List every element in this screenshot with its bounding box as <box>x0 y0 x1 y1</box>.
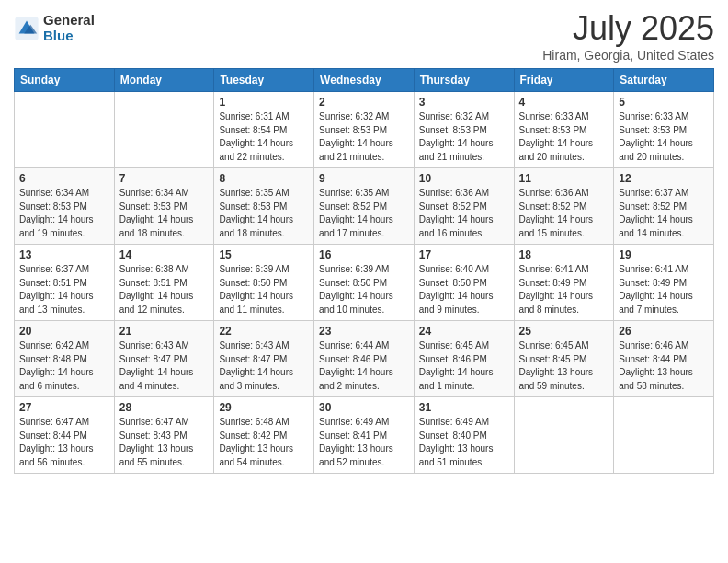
location-title: Hiram, Georgia, United States <box>542 48 714 63</box>
day-info: Sunrise: 6:33 AMSunset: 8:53 PMDaylight:… <box>519 110 609 164</box>
day-info: Sunrise: 6:42 AMSunset: 8:48 PMDaylight:… <box>19 339 109 393</box>
day-number: 31 <box>419 401 509 414</box>
day-number: 23 <box>319 325 409 338</box>
day-number: 13 <box>19 248 109 261</box>
day-number: 5 <box>619 96 709 109</box>
day-info: Sunrise: 6:38 AMSunset: 8:51 PMDaylight:… <box>119 263 210 316</box>
calendar-cell: 14Sunrise: 6:38 AMSunset: 8:51 PMDayligh… <box>114 245 214 321</box>
day-info: Sunrise: 6:33 AMSunset: 8:53 PMDaylight:… <box>619 110 709 164</box>
calendar-cell: 6Sunrise: 6:34 AMSunset: 8:53 PMDaylight… <box>15 168 115 245</box>
day-info: Sunrise: 6:48 AMSunset: 8:42 PMDaylight:… <box>219 416 309 469</box>
day-number: 3 <box>419 96 509 109</box>
calendar-cell: 30Sunrise: 6:49 AMSunset: 8:41 PMDayligh… <box>314 397 415 474</box>
day-info: Sunrise: 6:39 AMSunset: 8:50 PMDaylight:… <box>319 263 409 316</box>
day-number: 21 <box>119 325 210 338</box>
day-info: Sunrise: 6:44 AMSunset: 8:46 PMDaylight:… <box>319 339 409 393</box>
day-info: Sunrise: 6:47 AMSunset: 8:44 PMDaylight:… <box>19 416 109 469</box>
day-info: Sunrise: 6:43 AMSunset: 8:47 PMDaylight:… <box>119 339 210 393</box>
calendar-week-1: 1Sunrise: 6:31 AMSunset: 8:54 PMDaylight… <box>15 92 714 168</box>
calendar-cell: 10Sunrise: 6:36 AMSunset: 8:52 PMDayligh… <box>414 168 514 245</box>
calendar-cell: 2Sunrise: 6:32 AMSunset: 8:53 PMDaylight… <box>314 92 415 168</box>
day-number: 22 <box>219 325 309 338</box>
weekday-header-saturday: Saturday <box>614 69 714 92</box>
calendar-cell: 29Sunrise: 6:48 AMSunset: 8:42 PMDayligh… <box>214 397 314 474</box>
day-number: 30 <box>319 401 409 414</box>
calendar-cell: 18Sunrise: 6:41 AMSunset: 8:49 PMDayligh… <box>514 245 614 321</box>
day-number: 9 <box>319 172 409 185</box>
calendar-cell <box>614 397 714 474</box>
calendar-cell: 23Sunrise: 6:44 AMSunset: 8:46 PMDayligh… <box>314 321 415 397</box>
day-info: Sunrise: 6:45 AMSunset: 8:45 PMDaylight:… <box>519 339 609 393</box>
calendar-cell <box>514 397 614 474</box>
calendar-cell: 11Sunrise: 6:36 AMSunset: 8:52 PMDayligh… <box>514 168 614 245</box>
day-info: Sunrise: 6:32 AMSunset: 8:53 PMDaylight:… <box>319 110 409 164</box>
weekday-header-monday: Monday <box>114 69 214 92</box>
weekday-header-friday: Friday <box>514 69 614 92</box>
calendar-week-5: 27Sunrise: 6:47 AMSunset: 8:44 PMDayligh… <box>15 397 714 474</box>
day-number: 28 <box>119 401 210 414</box>
day-info: Sunrise: 6:43 AMSunset: 8:47 PMDaylight:… <box>219 339 309 393</box>
calendar-cell <box>114 92 214 168</box>
header-row: General Blue July 2025 Hiram, Georgia, U… <box>14 9 714 63</box>
day-number: 12 <box>619 172 709 185</box>
day-info: Sunrise: 6:31 AMSunset: 8:54 PMDaylight:… <box>219 110 309 164</box>
calendar-cell: 9Sunrise: 6:35 AMSunset: 8:52 PMDaylight… <box>314 168 415 245</box>
day-info: Sunrise: 6:37 AMSunset: 8:51 PMDaylight:… <box>19 263 109 316</box>
day-info: Sunrise: 6:39 AMSunset: 8:50 PMDaylight:… <box>219 263 309 316</box>
day-number: 27 <box>19 401 109 414</box>
calendar-cell: 26Sunrise: 6:46 AMSunset: 8:44 PMDayligh… <box>614 321 714 397</box>
day-number: 17 <box>419 248 509 261</box>
day-info: Sunrise: 6:47 AMSunset: 8:43 PMDaylight:… <box>119 416 210 469</box>
day-info: Sunrise: 6:35 AMSunset: 8:53 PMDaylight:… <box>219 187 309 240</box>
title-section: July 2025 Hiram, Georgia, United States <box>542 9 714 63</box>
day-info: Sunrise: 6:34 AMSunset: 8:53 PMDaylight:… <box>19 187 109 240</box>
calendar-cell: 3Sunrise: 6:32 AMSunset: 8:53 PMDaylight… <box>414 92 514 168</box>
day-info: Sunrise: 6:45 AMSunset: 8:46 PMDaylight:… <box>419 339 509 393</box>
calendar-cell: 13Sunrise: 6:37 AMSunset: 8:51 PMDayligh… <box>15 245 115 321</box>
page-container: General Blue July 2025 Hiram, Georgia, U… <box>0 0 728 483</box>
weekday-header-thursday: Thursday <box>414 69 514 92</box>
day-info: Sunrise: 6:49 AMSunset: 8:41 PMDaylight:… <box>319 416 409 469</box>
calendar-cell: 17Sunrise: 6:40 AMSunset: 8:50 PMDayligh… <box>414 245 514 321</box>
calendar-cell: 19Sunrise: 6:41 AMSunset: 8:49 PMDayligh… <box>614 245 714 321</box>
calendar-cell: 20Sunrise: 6:42 AMSunset: 8:48 PMDayligh… <box>15 321 115 397</box>
logo-text: General Blue <box>43 13 95 43</box>
logo-blue: Blue <box>43 29 95 44</box>
day-info: Sunrise: 6:49 AMSunset: 8:40 PMDaylight:… <box>419 416 509 469</box>
day-number: 14 <box>119 248 210 261</box>
calendar-cell: 15Sunrise: 6:39 AMSunset: 8:50 PMDayligh… <box>214 245 314 321</box>
calendar-cell: 5Sunrise: 6:33 AMSunset: 8:53 PMDaylight… <box>614 92 714 168</box>
day-number: 24 <box>419 325 509 338</box>
day-number: 7 <box>119 172 210 185</box>
day-number: 2 <box>319 96 409 109</box>
day-info: Sunrise: 6:32 AMSunset: 8:53 PMDaylight:… <box>419 110 509 164</box>
calendar-cell: 12Sunrise: 6:37 AMSunset: 8:52 PMDayligh… <box>614 168 714 245</box>
calendar-cell: 1Sunrise: 6:31 AMSunset: 8:54 PMDaylight… <box>214 92 314 168</box>
calendar-cell: 21Sunrise: 6:43 AMSunset: 8:47 PMDayligh… <box>114 321 214 397</box>
day-info: Sunrise: 6:41 AMSunset: 8:49 PMDaylight:… <box>619 263 709 316</box>
day-number: 1 <box>219 96 309 109</box>
day-info: Sunrise: 6:46 AMSunset: 8:44 PMDaylight:… <box>619 339 709 393</box>
day-number: 10 <box>419 172 509 185</box>
day-info: Sunrise: 6:36 AMSunset: 8:52 PMDaylight:… <box>519 187 609 240</box>
logo-general: General <box>43 13 95 29</box>
day-number: 29 <box>219 401 309 414</box>
day-info: Sunrise: 6:35 AMSunset: 8:52 PMDaylight:… <box>319 187 409 240</box>
calendar-cell: 7Sunrise: 6:34 AMSunset: 8:53 PMDaylight… <box>114 168 214 245</box>
day-number: 18 <box>519 248 609 261</box>
day-info: Sunrise: 6:41 AMSunset: 8:49 PMDaylight:… <box>519 263 609 316</box>
month-title: July 2025 <box>542 9 714 48</box>
logo: General Blue <box>14 13 95 43</box>
day-number: 8 <box>219 172 309 185</box>
day-number: 20 <box>19 325 109 338</box>
logo-icon <box>14 16 40 41</box>
day-number: 25 <box>519 325 609 338</box>
day-info: Sunrise: 6:34 AMSunset: 8:53 PMDaylight:… <box>119 187 210 240</box>
calendar-cell: 31Sunrise: 6:49 AMSunset: 8:40 PMDayligh… <box>414 397 514 474</box>
calendar-cell: 25Sunrise: 6:45 AMSunset: 8:45 PMDayligh… <box>514 321 614 397</box>
calendar-cell: 22Sunrise: 6:43 AMSunset: 8:47 PMDayligh… <box>214 321 314 397</box>
calendar-week-3: 13Sunrise: 6:37 AMSunset: 8:51 PMDayligh… <box>15 245 714 321</box>
calendar-cell: 28Sunrise: 6:47 AMSunset: 8:43 PMDayligh… <box>114 397 214 474</box>
weekday-header-wednesday: Wednesday <box>314 69 415 92</box>
day-info: Sunrise: 6:40 AMSunset: 8:50 PMDaylight:… <box>419 263 509 316</box>
